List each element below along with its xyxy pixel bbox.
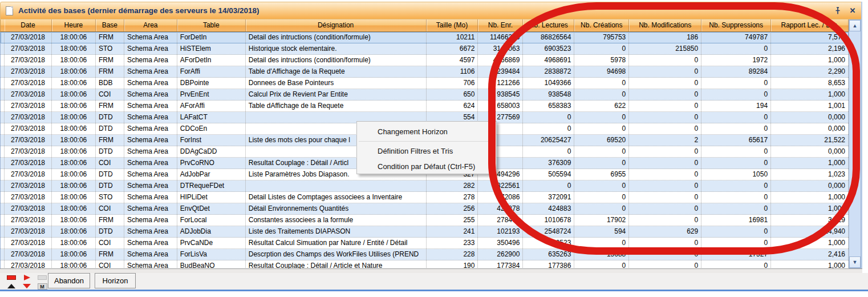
cell: 0,000 — [771, 123, 849, 134]
cell: 622 — [574, 101, 629, 111]
cell: 86826564 — [523, 32, 574, 43]
column-header-9[interactable]: Nb. Lectures — [523, 19, 574, 31]
cell: 177384 — [478, 260, 523, 268]
scroll-up-icon[interactable]: ▲ — [849, 20, 861, 31]
cell: 102193 — [478, 226, 523, 237]
m-icon[interactable]: M — [35, 283, 49, 290]
cell: Donnees de Base Pointeurs — [246, 78, 427, 89]
cell: 0 — [701, 146, 771, 157]
cell: 18:00:06 — [52, 32, 96, 43]
scroll-down-icon[interactable]: ▼ — [849, 256, 861, 268]
menu-item-2[interactable]: Définition Filtres et Tris — [357, 143, 496, 159]
table-row[interactable]: 27/03/201818:00:06FRMSchema AreaAForAffi… — [1, 101, 849, 112]
pin-icon[interactable] — [833, 6, 842, 15]
cell: 0 — [629, 101, 701, 111]
column-header-10[interactable]: Nb. Créations — [574, 19, 629, 31]
red-flag-icon[interactable] — [20, 274, 34, 282]
table-row[interactable]: 27/03/201818:00:06FRMSchema AreaForLocal… — [1, 215, 849, 226]
cell: Schema Area — [124, 43, 177, 54]
column-header-5[interactable]: Table — [177, 19, 246, 31]
column-header-11[interactable]: Nb. Modifications — [629, 19, 701, 31]
cell: Schema Area — [124, 260, 177, 268]
table-row[interactable]: 27/03/201818:00:06FRMSchema AreaAForDetI… — [1, 55, 849, 66]
column-header-13[interactable]: Rapport Lec. / Enr. — [771, 19, 849, 31]
grid-bottom-strip — [0, 268, 862, 273]
row-stub-cell — [1, 101, 5, 111]
table-row[interactable]: 27/03/201818:00:06COISchema AreaEnvQtDet… — [1, 203, 849, 215]
column-header-2[interactable]: Heure — [52, 19, 96, 31]
cell: 372091 — [523, 192, 574, 203]
cell: Schema Area — [124, 169, 177, 180]
column-header-1[interactable]: Date — [5, 19, 52, 31]
cell: FRM — [96, 215, 124, 226]
record-nav-icons: M — [5, 274, 51, 290]
column-header-8[interactable]: Nb. Enr. — [478, 19, 523, 31]
cell: 1,000 — [771, 192, 849, 203]
cell: DTD — [96, 180, 124, 191]
blank-icon[interactable] — [35, 274, 49, 282]
cell: Schema Area — [124, 112, 177, 123]
menu-item-3[interactable]: Condition par Défaut (Ctrl-F5) — [357, 159, 496, 174]
cell: 18:00:06 — [52, 55, 96, 66]
column-header-4[interactable]: Area — [124, 19, 177, 31]
cell: FRM — [96, 101, 124, 111]
close-icon[interactable]: ✕ — [848, 6, 857, 15]
cell: 256 — [427, 203, 478, 214]
cell: ADJobDia — [177, 226, 246, 237]
cell: 27/03/2018 — [5, 238, 52, 248]
cell: 27/03/2018 — [5, 101, 52, 111]
cell: ForAffi — [177, 66, 246, 77]
table-row[interactable]: 27/03/201818:00:06BDBSchema AreaDBPointe… — [1, 78, 849, 89]
table-row[interactable]: 27/03/201818:00:06COISchema AreaBudBeaNO… — [1, 260, 849, 268]
abandon-button[interactable]: Abandon — [48, 273, 90, 288]
cell: 18:00:06 — [52, 260, 96, 268]
cell: 1106 — [427, 66, 478, 77]
cell: Schema Area — [124, 180, 177, 191]
row-stub-cell — [1, 226, 5, 237]
cell: 0 — [629, 180, 701, 191]
table-row[interactable]: 27/03/201818:00:06STOSchema AreaHIPLiDet… — [1, 192, 849, 203]
cell: Schema Area — [124, 123, 177, 134]
cell: Schema Area — [124, 66, 177, 77]
cell: Historique stock elementaire. — [246, 43, 427, 54]
cell: 27/03/2018 — [5, 146, 52, 157]
column-header-7[interactable]: Taille (Mo) — [427, 19, 478, 31]
red-bar-icon[interactable] — [5, 274, 18, 282]
cell: 2 — [629, 135, 701, 146]
table-row[interactable]: 27/03/201818:00:06STOSchema AreaHiSTElem… — [1, 43, 849, 55]
menu-separator — [359, 141, 494, 142]
cell: 1,000 — [771, 55, 849, 66]
column-header-3[interactable]: Base — [96, 19, 124, 31]
vertical-scrollbar[interactable]: ▲ ▼ — [849, 19, 861, 268]
cell: 18:00:06 — [52, 135, 96, 146]
up-triangle-icon[interactable] — [5, 283, 18, 290]
cell: Résultat Calcul Simuation par Nature / E… — [246, 238, 427, 248]
cell: ForInst — [177, 135, 246, 146]
cell: 322561 — [478, 180, 523, 191]
cell: 658003 — [478, 101, 523, 111]
cell: 594 — [574, 226, 629, 237]
cell: 24,940 — [771, 226, 849, 237]
down-triangle-icon[interactable] — [20, 283, 34, 290]
table-row[interactable]: 27/03/201818:00:06DTDSchema AreaADJobDia… — [1, 226, 849, 238]
cell: 18:00:06 — [52, 101, 96, 111]
table-row[interactable]: 27/03/201818:00:06COISchema AreaPrvEnEnt… — [1, 89, 849, 101]
menu-item-1[interactable]: Changement Horizon — [357, 124, 496, 139]
table-row[interactable]: 27/03/201818:00:06COISchema AreaPrvCaNDe… — [1, 238, 849, 249]
table-row[interactable]: 27/03/201818:00:06FRMSchema AreaForAffiT… — [1, 66, 849, 78]
cell: Descrption des Champs des WorkFiles Util… — [246, 249, 427, 260]
cell: 233 — [427, 238, 478, 248]
cell: 0,000 — [771, 180, 849, 191]
cell: BudBeaNO — [177, 260, 246, 268]
column-header-12[interactable]: Nb. Suppressions — [701, 19, 771, 31]
table-row[interactable]: 27/03/201818:00:06FRMSchema AreaForDetIn… — [1, 32, 849, 43]
table-row[interactable]: 27/03/201818:00:06DTDSchema AreaDTRequeF… — [1, 180, 849, 192]
cell: Table dAffichage de la Requete — [246, 101, 427, 111]
table-row[interactable]: 27/03/201818:00:06FRMSchema AreaForLisVa… — [1, 249, 849, 260]
cell: 635263 — [523, 249, 574, 260]
horizon-button[interactable]: Horizon — [95, 273, 136, 288]
column-header-6[interactable]: Désignation — [246, 19, 427, 31]
cell: 3,629 — [771, 215, 849, 226]
row-stub-cell — [1, 89, 5, 100]
cell: 278 — [427, 192, 478, 203]
